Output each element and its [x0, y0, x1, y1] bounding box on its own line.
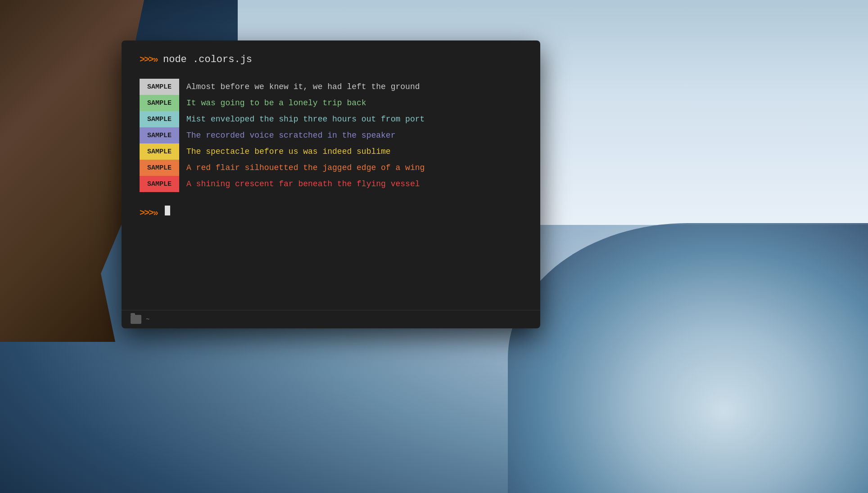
output-text: It was going to be a lonely trip back	[186, 99, 366, 108]
output-row: SAMPLEIt was going to be a lonely trip b…	[140, 95, 522, 111]
output-row: SAMPLEAlmost before we knew it, we had l…	[140, 79, 522, 95]
output-row: SAMPLEA shining crescent far beneath the…	[140, 176, 522, 192]
output-row: SAMPLEMist enveloped the ship three hour…	[140, 111, 522, 127]
swirl-background	[508, 223, 868, 493]
terminal-window: >>>» node .colors.js SAMPLEAlmost before…	[122, 40, 540, 328]
sample-badge: SAMPLE	[140, 111, 179, 127]
command-text: node .colors.js	[163, 54, 252, 65]
output-lines: SAMPLEAlmost before we knew it, we had l…	[140, 79, 522, 192]
folder-icon	[131, 315, 141, 324]
sample-badge: SAMPLE	[140, 176, 179, 192]
terminal-body: >>>» node .colors.js SAMPLEAlmost before…	[122, 40, 540, 310]
sample-badge: SAMPLE	[140, 79, 179, 95]
command-prompt-line: >>>» node .colors.js	[140, 54, 522, 65]
output-row: SAMPLEA red flair silhouetted the jagged…	[140, 160, 522, 176]
prompt-arrow-2: >>>»	[140, 208, 158, 218]
terminal-footer: ~	[122, 310, 540, 328]
output-text: Almost before we knew it, we had left th…	[186, 82, 420, 91]
output-row: SAMPLEThe recorded voice scratched in th…	[140, 127, 522, 143]
output-text: A shining crescent far beneath the flyin…	[186, 179, 420, 188]
output-text: The spectacle before us was indeed subli…	[186, 147, 391, 156]
sample-badge: SAMPLE	[140, 160, 179, 176]
output-text: The recorded voice scratched in the spea…	[186, 131, 395, 140]
cursor	[165, 206, 170, 215]
output-text: Mist enveloped the ship three hours out …	[186, 115, 425, 124]
sample-badge: SAMPLE	[140, 143, 179, 160]
output-row: SAMPLEThe spectacle before us was indeed…	[140, 143, 522, 160]
second-prompt-line: >>>»	[140, 206, 522, 218]
prompt-arrow: >>>»	[140, 54, 158, 65]
output-text: A red flair silhouetted the jagged edge …	[186, 163, 425, 172]
sample-badge: SAMPLE	[140, 127, 179, 143]
terminal-path: ~	[146, 316, 149, 323]
sample-badge: SAMPLE	[140, 95, 179, 111]
